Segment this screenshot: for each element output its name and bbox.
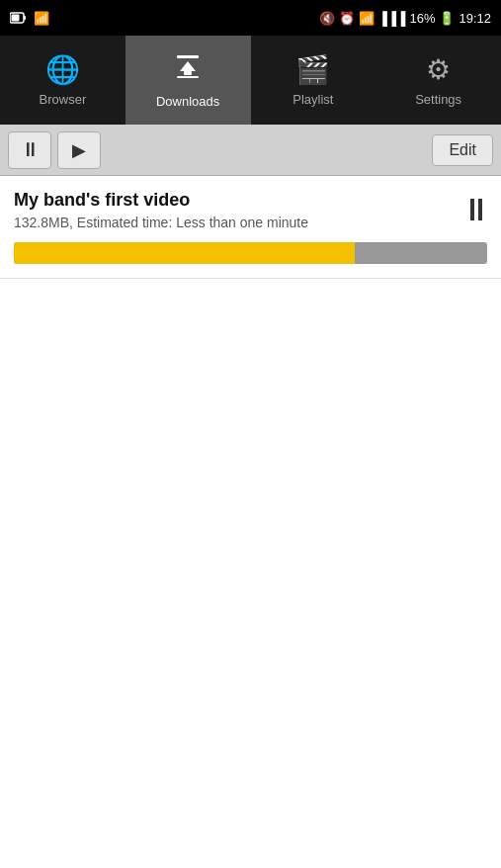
wifi-icon: 📶 — [359, 11, 375, 26]
tab-downloads-label: Downloads — [156, 94, 219, 109]
browser-icon: 🌐 — [45, 53, 80, 86]
tab-playlist[interactable]: 🎬 Playlist — [251, 36, 376, 125]
pause-icon: ⏸ — [21, 138, 39, 161]
edit-button[interactable]: Edit — [432, 134, 493, 166]
status-bar: 📶 🔇 ⏰ 📶 ▐▐▐ 16% 🔋 19:12 — [0, 0, 501, 36]
alarm-icon: ⏰ — [339, 11, 355, 26]
progress-bar-background — [14, 242, 487, 264]
tab-browser[interactable]: 🌐 Browser — [0, 36, 125, 125]
svg-rect-6 — [184, 71, 192, 75]
tab-browser-label: Browser — [40, 92, 87, 107]
svg-rect-7 — [177, 76, 199, 78]
battery-icon: 🔋 — [439, 11, 455, 26]
mute-icon: 🔇 — [319, 11, 335, 26]
signal-bars-icon: ▐▐▐ — [378, 11, 406, 26]
battery-percent: 16% — [409, 11, 435, 26]
tab-settings[interactable]: ⚙ Settings — [376, 36, 501, 125]
download-info: 132.8MB, Estimated time: Less than one m… — [14, 215, 487, 230]
tab-settings-label: Settings — [415, 92, 461, 107]
toolbar: ⏸ ▶ Edit — [0, 125, 501, 176]
download-pause-icon[interactable]: ⏸ — [460, 192, 487, 228]
progress-bar-fill — [14, 242, 355, 264]
tab-downloads[interactable]: Downloads — [125, 36, 251, 125]
svg-rect-2 — [12, 15, 20, 22]
pause-button[interactable]: ⏸ — [8, 131, 51, 169]
download-item: My band's first video 132.8MB, Estimated… — [0, 176, 501, 279]
svg-rect-4 — [177, 55, 199, 58]
status-right: 🔇 ⏰ 📶 ▐▐▐ 16% 🔋 19:12 — [319, 11, 491, 26]
play-button[interactable]: ▶ — [57, 131, 101, 169]
battery-charging-icon — [10, 10, 30, 26]
downloads-icon — [173, 51, 203, 88]
play-icon: ▶ — [72, 139, 86, 161]
tab-playlist-label: Playlist — [292, 92, 333, 107]
tab-bar: 🌐 Browser Downloads 🎬 Playlist ⚙ Setting… — [0, 36, 501, 125]
playlist-icon: 🎬 — [295, 53, 330, 86]
settings-icon: ⚙ — [426, 53, 451, 86]
svg-marker-5 — [180, 61, 196, 71]
status-left: 📶 — [10, 10, 49, 26]
download-title: My band's first video — [14, 190, 487, 211]
clock: 19:12 — [459, 11, 491, 26]
svg-rect-1 — [24, 16, 26, 20]
signal-icon: 📶 — [34, 11, 49, 26]
content-area — [0, 279, 501, 868]
